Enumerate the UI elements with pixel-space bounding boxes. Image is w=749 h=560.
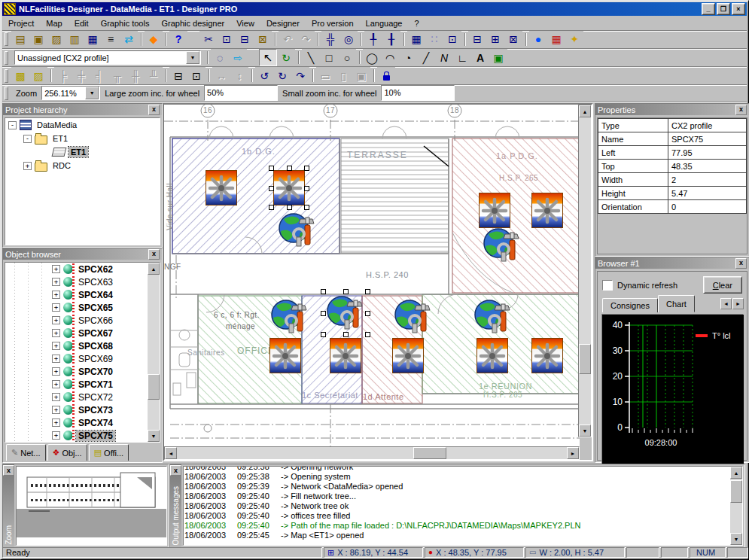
object-list-item[interactable]: + SPCX70 bbox=[5, 365, 148, 378]
close-button[interactable]: × bbox=[732, 3, 745, 15]
line-tool[interactable]: ╲ bbox=[302, 49, 320, 66]
scroll-down-icon[interactable]: ▼ bbox=[730, 533, 742, 545]
property-row[interactable]: Left 77.95 bbox=[598, 146, 747, 160]
property-row[interactable]: Height 5.47 bbox=[598, 187, 747, 200]
object-list-item[interactable]: + SPCX66 bbox=[5, 314, 148, 327]
scroll-up-icon[interactable]: ▲ bbox=[730, 467, 742, 479]
switch-map-button[interactable]: ⇄ bbox=[120, 31, 138, 48]
tab-scroll-left-icon[interactable]: ◄ bbox=[720, 298, 732, 309]
scroll-left-icon[interactable]: ◄ bbox=[165, 447, 177, 459]
tree-expander[interactable]: + bbox=[52, 431, 60, 440]
window-tile-h-button[interactable]: ⊞ bbox=[486, 31, 504, 48]
object-label[interactable]: SPCX62 bbox=[76, 264, 115, 275]
toolbar-grip[interactable] bbox=[5, 32, 8, 46]
message-log[interactable]: 18/06/2003 09:25:38 -> Opening network 1… bbox=[184, 466, 729, 540]
scroll-down-icon[interactable]: ▼ bbox=[148, 430, 160, 442]
map-overview-thumbnail[interactable] bbox=[16, 466, 167, 546]
object-browser-tab[interactable]: ✎ Net... bbox=[6, 444, 46, 461]
tree-node-label[interactable]: DataMedia bbox=[35, 120, 79, 130]
grid-frame-button[interactable]: ⊡ bbox=[443, 31, 461, 48]
rotate-left-button[interactable]: ↺ bbox=[255, 67, 273, 84]
align-middle-button[interactable]: ╫ bbox=[126, 67, 145, 84]
copy-button[interactable]: ⊡ bbox=[218, 31, 236, 48]
tree-expander[interactable]: + bbox=[52, 393, 60, 401]
object-label[interactable]: SPCX72 bbox=[76, 392, 115, 403]
same-size-button[interactable]: ▣ bbox=[352, 67, 370, 84]
floor-plan-drawing[interactable]: TERRASSE 1b D.G. 1a P.D.G. H.S.P. 265 H.… bbox=[164, 105, 580, 448]
window-cascade-button[interactable]: ⊟ bbox=[468, 31, 486, 48]
space-down-button[interactable]: ↕ bbox=[230, 67, 248, 84]
space-across-button[interactable]: ↔ bbox=[212, 67, 230, 84]
scrollbar-thumb[interactable] bbox=[730, 480, 742, 503]
align-top-button[interactable]: ╥ bbox=[108, 67, 126, 84]
close-map-button[interactable]: ▥ bbox=[65, 31, 84, 48]
grid-dots-button[interactable]: ∷ bbox=[425, 31, 443, 48]
object-label[interactable]: SPCX64 bbox=[76, 290, 115, 300]
fan-coil-unit-icon[interactable] bbox=[206, 170, 237, 205]
tree-node-label[interactable]: ET1 bbox=[50, 133, 70, 144]
object-list-item[interactable]: + SPCX67 bbox=[5, 327, 148, 339]
dice-button[interactable]: ▦ bbox=[547, 31, 565, 48]
zoom-level-combo[interactable]: 256.11% ▼ bbox=[41, 86, 100, 100]
circle-tool[interactable]: ◯ bbox=[363, 49, 381, 66]
tree-expander[interactable]: + bbox=[52, 316, 60, 324]
same-height-button[interactable]: ▯ bbox=[334, 67, 352, 84]
tree-expander[interactable]: + bbox=[52, 291, 60, 299]
tree-node[interactable]: + RDC bbox=[5, 159, 160, 172]
property-row[interactable]: Width 2 bbox=[598, 173, 747, 187]
bring-to-front-button[interactable]: ▩ bbox=[11, 67, 29, 84]
tree-node[interactable]: - DataMedia bbox=[5, 118, 160, 132]
fan-coil-unit-icon[interactable] bbox=[392, 338, 424, 373]
center-vertical-button[interactable]: ⊡ bbox=[187, 67, 206, 84]
align-center-button[interactable]: ╪ bbox=[72, 67, 90, 84]
lamp-button[interactable]: ✦ bbox=[565, 31, 583, 48]
tree-expander[interactable]: + bbox=[52, 418, 60, 427]
tree-expander[interactable]: + bbox=[52, 367, 60, 376]
property-row[interactable]: Orientation 0 bbox=[598, 200, 747, 214]
property-value[interactable]: 77.95 bbox=[668, 146, 747, 160]
scrollbar-thumb[interactable] bbox=[413, 447, 446, 459]
map-properties-button[interactable]: ▨ bbox=[47, 31, 65, 48]
browser1-tab[interactable]: Chart bbox=[658, 295, 695, 312]
new-map-button[interactable]: ▤ bbox=[11, 31, 29, 48]
object-list[interactable]: + SPCX62 + SPCX63 + SPCX64 bbox=[5, 263, 148, 442]
tree-expander[interactable]: + bbox=[52, 380, 60, 388]
object-list-item[interactable]: + SPCX75 bbox=[5, 429, 148, 442]
property-row[interactable]: Top 48.35 bbox=[598, 160, 747, 173]
scroll-right-icon[interactable]: ► bbox=[567, 447, 579, 459]
menu-item[interactable]: Language bbox=[360, 17, 409, 29]
browser1-tab[interactable]: Consignes bbox=[602, 298, 658, 312]
property-value[interactable]: 0 bbox=[668, 200, 747, 214]
object-list-item[interactable]: + SPCX62 bbox=[5, 263, 148, 275]
tree-expander[interactable]: + bbox=[52, 278, 60, 286]
tree-expander[interactable]: + bbox=[52, 329, 60, 337]
grid-button[interactable]: ▦ bbox=[407, 31, 425, 48]
large-zoom-input[interactable] bbox=[205, 86, 277, 99]
fan-coil-unit-icon[interactable] bbox=[476, 338, 508, 373]
object-list-item[interactable]: + SPCX63 bbox=[5, 275, 148, 288]
menu-item[interactable]: View bbox=[230, 17, 260, 29]
object-label[interactable]: SPCX66 bbox=[76, 315, 115, 326]
print-button[interactable]: ≡ bbox=[102, 31, 120, 48]
menu-item[interactable]: Edit bbox=[69, 17, 95, 29]
combo-dropdown-icon[interactable]: ▼ bbox=[85, 87, 99, 99]
property-value[interactable]: 48.35 bbox=[668, 160, 747, 173]
restore-button[interactable]: ❐ bbox=[717, 3, 730, 15]
canvas-horizontal-scrollbar[interactable]: ◄ ► bbox=[164, 446, 580, 460]
canvas-vertical-scrollbar[interactable]: ▲ ▼ bbox=[578, 105, 592, 437]
undo-button[interactable]: ↶ bbox=[279, 31, 297, 48]
object-label[interactable]: SPCX74 bbox=[76, 418, 115, 428]
object-label[interactable]: SPCX71 bbox=[76, 379, 115, 390]
minimize-button[interactable]: _ bbox=[702, 3, 715, 15]
fan-coil-unit-icon[interactable] bbox=[330, 338, 361, 373]
menu-item[interactable]: Graphic designer bbox=[155, 17, 230, 29]
project-tree[interactable]: - DataMedia - ET1 ET1 + bbox=[5, 117, 160, 245]
scroll-down-icon[interactable]: ▼ bbox=[579, 425, 591, 437]
equipment-globe-icon[interactable] bbox=[278, 212, 317, 249]
help-button[interactable]: ? bbox=[169, 31, 187, 48]
object-list-item[interactable]: + SPCX69 bbox=[5, 352, 148, 365]
network-button[interactable]: ◆ bbox=[145, 31, 163, 48]
scrollbar-thumb[interactable] bbox=[148, 374, 160, 400]
fan-coil-unit-icon[interactable] bbox=[531, 193, 563, 228]
object-browser-tab[interactable]: ▤ Offi... bbox=[89, 444, 129, 461]
